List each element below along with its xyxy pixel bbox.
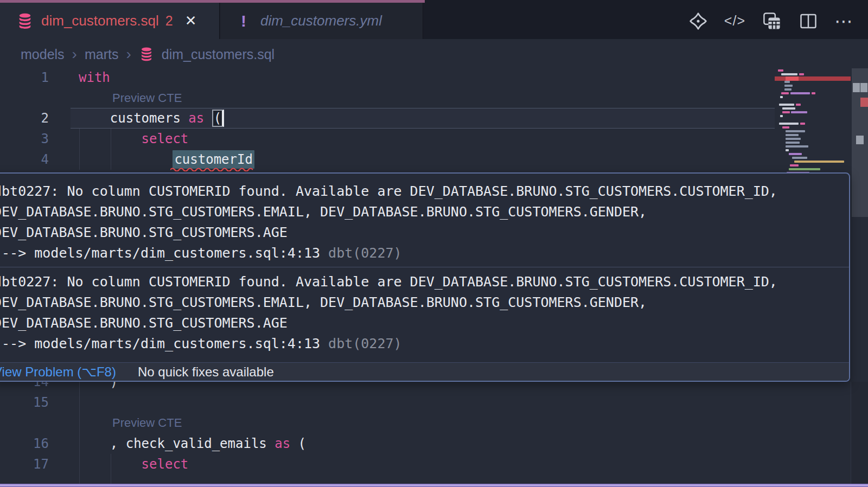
tab-bar: dim_customers.sql 2 ✕ ! dim_customers.ym… <box>0 0 868 39</box>
query-results-icon[interactable] <box>762 11 782 31</box>
code-line-15[interactable]: 15 <box>0 392 776 413</box>
more-actions-icon[interactable]: ⋯ <box>834 16 853 27</box>
view-problem-link[interactable]: View Problem (⌥F8) <box>0 364 116 380</box>
breadcrumb-file[interactable]: dim_customers.sql <box>162 47 275 62</box>
editor-toolbar: </> ⋯ <box>688 3 853 39</box>
line-number[interactable]: 17 <box>0 454 49 475</box>
tab-dim-customers-yml[interactable]: ! dim_customers.yml <box>220 3 423 39</box>
inline-code-icon[interactable]: </> <box>724 13 745 29</box>
error-source-code: dbt(0227) <box>328 336 401 351</box>
chevron-right-icon: › <box>126 46 131 63</box>
error-message-block: dbt0227: No column CUSTOMERID found. Ava… <box>0 268 849 356</box>
tooltip-divider <box>0 267 849 267</box>
line-number[interactable]: 1 <box>0 67 49 88</box>
code-line-16[interactable]: 16 , check_valid_emails as ( <box>0 433 776 454</box>
breadcrumb-item-marts[interactable]: marts <box>85 47 119 62</box>
chevron-right-icon: › <box>72 46 77 63</box>
code-line-4[interactable]: 4 customerId <box>0 149 776 170</box>
minimap-error-line <box>775 76 851 81</box>
error-message-block: dbt0227: No column CUSTOMERID found. Ava… <box>0 174 849 266</box>
text-cursor: ( <box>212 110 224 127</box>
dbt-logo-icon[interactable] <box>688 11 708 31</box>
line-number[interactable]: 4 <box>0 149 49 170</box>
editor-right-edge <box>851 382 868 484</box>
line-number[interactable]: 2 <box>0 108 49 129</box>
code-line-17[interactable]: 17 select <box>0 454 776 475</box>
code-line-3[interactable]: 3 select <box>0 129 776 149</box>
line-number[interactable]: 16 <box>0 433 49 454</box>
tab-dim-customers-sql[interactable]: dim_customers.sql 2 ✕ <box>0 3 220 39</box>
tab-label: dim_customers.yml <box>260 12 382 29</box>
warning-icon: ! <box>241 12 246 30</box>
ide-window: dim_customers.sql 2 ✕ ! dim_customers.ym… <box>0 0 868 487</box>
squiggle-underline-icon <box>170 166 257 171</box>
database-icon <box>140 47 153 62</box>
codelens-preview-cte[interactable]: Preview CTE <box>112 88 182 108</box>
no-quick-fixes-label: No quick fixes available <box>138 364 274 380</box>
split-editor-icon[interactable] <box>799 11 818 31</box>
breadcrumb: models › marts › dim_customers.sql <box>21 42 275 66</box>
close-icon[interactable]: ✕ <box>185 12 197 29</box>
line-number[interactable]: 15 <box>0 392 49 413</box>
active-group-accent <box>0 0 425 3</box>
window-bottom-accent <box>0 484 868 487</box>
error-tooltip: dbt0227: No column CUSTOMERID found. Ava… <box>0 172 850 382</box>
codelens-preview-cte[interactable]: Preview CTE <box>112 413 182 433</box>
database-icon <box>17 12 33 30</box>
breadcrumb-item-models[interactable]: models <box>21 47 65 62</box>
tab-label: dim_customers.sql <box>41 12 159 29</box>
error-word-customerid: customerId <box>173 150 254 169</box>
tab-error-count-badge: 2 <box>165 13 173 29</box>
code-line-2[interactable]: 2 customers as ( <box>0 108 776 129</box>
code-line-1[interactable]: 1 with <box>0 67 776 88</box>
error-source-code: dbt(0227) <box>328 245 401 261</box>
line-number[interactable]: 3 <box>0 129 49 149</box>
tooltip-status-bar: View Problem (⌥F8) No quick fixes availa… <box>0 362 849 381</box>
